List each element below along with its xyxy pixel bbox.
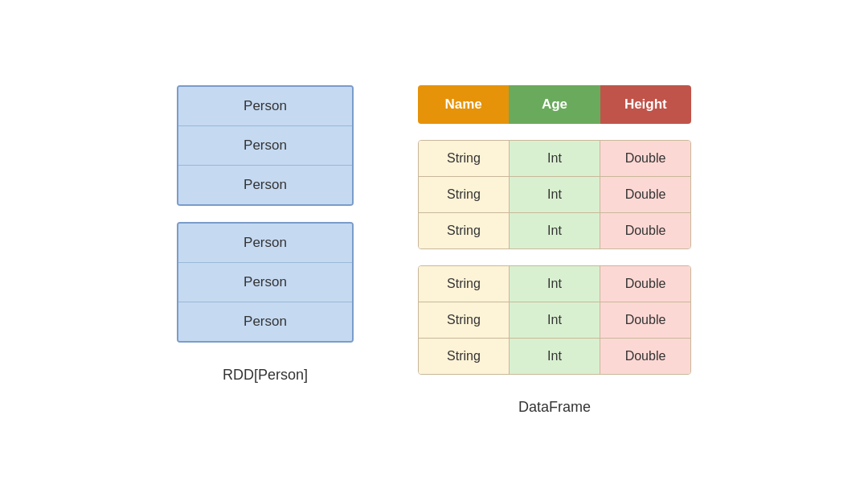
df-row: String Int Double [419,339,690,374]
rdd-section: Person Person Person Person Person Perso… [177,85,354,384]
rdd-partition-2: Person Person Person [177,222,354,343]
df-cell-age: Int [510,141,600,176]
df-cell-height: Double [600,141,690,176]
rdd-partition-1: Person Person Person [177,85,354,206]
df-cell-age: Int [510,266,600,302]
df-cell-age: Int [510,213,600,248]
rdd-row: Person [178,224,352,263]
rdd-row: Person [178,87,352,126]
df-cell-age: Int [510,339,600,374]
df-cell-name: String [419,302,510,338]
df-row: String Int Double [419,302,690,339]
rdd-row: Person [178,302,352,341]
df-row: String Int Double [419,213,690,248]
df-label: DataFrame [518,399,591,416]
df-cell-height: Double [600,302,690,338]
main-container: Person Person Person Person Person Perso… [0,53,868,448]
df-partition-2: String Int Double String Int Double Stri… [418,265,691,375]
df-cell-name: String [419,339,510,374]
df-row: String Int Double [419,177,690,213]
dataframe-section: Name Age Height String Int Double String… [418,85,691,416]
df-cell-age: Int [510,302,600,338]
df-header-age: Age [509,85,600,124]
df-cell-height: Double [600,213,690,248]
rdd-row: Person [178,166,352,204]
df-cell-name: String [419,213,510,248]
df-cell-name: String [419,177,510,212]
df-cell-height: Double [600,266,690,302]
df-partition-1: String Int Double String Int Double Stri… [418,140,691,249]
df-cell-name: String [419,141,510,176]
df-cell-name: String [419,266,510,302]
rdd-label: RDD[Person] [223,367,308,384]
df-header-name: Name [418,85,509,124]
df-cell-height: Double [600,339,690,374]
df-cell-height: Double [600,177,690,212]
df-header-height: Height [600,85,691,124]
df-row: String Int Double [419,266,690,302]
df-header: Name Age Height [418,85,691,124]
df-cell-age: Int [510,177,600,212]
df-row: String Int Double [419,141,690,177]
rdd-row: Person [178,126,352,166]
rdd-row: Person [178,263,352,302]
